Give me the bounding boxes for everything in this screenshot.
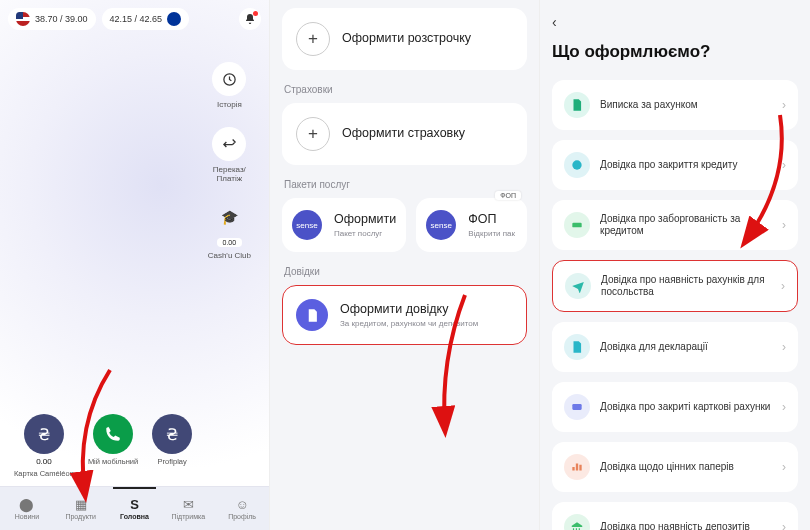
screen-cert-select: ‹ Що оформлюємо? Виписка за рахунком› До… [540, 0, 810, 530]
tab-home-label: Головна [120, 513, 149, 520]
plus-icon: + [296, 117, 330, 151]
product-profiplay[interactable]: ₴ Profiplay [152, 414, 192, 478]
grid-icon: ▦ [75, 498, 87, 511]
back-button[interactable]: ‹ [552, 14, 557, 30]
cashu-icon: 🎓 [214, 202, 244, 232]
transfer-label: Переказ/ Платіж [213, 165, 246, 183]
cert-card[interactable]: Оформити довідкуЗа кредитом, рахунком чи… [282, 285, 527, 345]
package-fop-card[interactable]: ФОП sense ФОПВідкрити пак [416, 198, 527, 252]
tab-support[interactable]: ✉Підтримка [161, 487, 215, 530]
opt-label: Довідка про закриття кредиту [600, 159, 772, 172]
quick-actions-column: Історія Переказ/ Платіж 🎓 0.00 Cash'u Cl… [208, 62, 251, 260]
opt-label: Довідка про наявність депозитів [600, 521, 772, 530]
cashu-label: Cash'u Club [208, 251, 251, 260]
page-title: Що оформлюємо? [552, 42, 798, 62]
history-label: Історія [217, 100, 242, 109]
cameleon-amount: 0.00 [36, 457, 52, 466]
transfer-button[interactable]: Переказ/ Платіж [212, 127, 246, 183]
tab-support-label: Підтримка [171, 513, 205, 520]
chat-icon: ✉ [183, 498, 194, 511]
package-sense-card[interactable]: sense ОформитиПакет послуг [282, 198, 406, 252]
bank-icon [564, 514, 590, 530]
document-icon [296, 299, 328, 331]
installment-card[interactable]: + Оформити розстрочку [282, 8, 527, 70]
chevron-right-icon: › [782, 520, 786, 530]
tab-profile-label: Профіль [228, 513, 256, 520]
chevron-right-icon: › [781, 279, 785, 293]
coin-icon [564, 152, 590, 178]
opt-closed-cards[interactable]: Довідка про закриті карткові рахунки› [552, 382, 798, 432]
tab-news-label: Новини [15, 513, 39, 520]
insurance-card[interactable]: + Оформити страховку [282, 103, 527, 165]
cameleon-label: Картка Caméléon [14, 469, 74, 478]
packages-section-label: Пакети послуг [282, 179, 527, 190]
history-icon [212, 62, 246, 96]
svg-rect-2 [572, 223, 581, 228]
card-icon [564, 394, 590, 420]
plus-icon: + [296, 22, 330, 56]
opt-deposits[interactable]: Довідка про наявність депозитів› [552, 502, 798, 530]
rate-usd-value: 38.70 / 39.00 [35, 14, 88, 24]
pkg1-title: Оформити [334, 212, 396, 228]
sense-icon: sense [292, 210, 322, 240]
product-mobile[interactable]: Мій мобільний [88, 414, 138, 478]
chart-icon [564, 454, 590, 480]
opt-label: Виписка за рахунком [600, 99, 772, 112]
screen-home: 38.70 / 39.00 42.15 / 42.65 Історія Пере… [0, 0, 270, 530]
chevron-right-icon: › [782, 460, 786, 474]
products-row: ₴ 0.00 Картка Caméléon Мій мобільний ₴ P… [0, 414, 269, 478]
tab-news[interactable]: ⬤Новини [0, 487, 54, 530]
opt-label: Довідка про наявність рахунків для посол… [601, 274, 771, 299]
notifications-button[interactable] [239, 8, 261, 30]
flag-us-icon [16, 12, 30, 26]
phone-icon [93, 414, 133, 454]
flame-icon: ⬤ [19, 498, 34, 511]
insurance-title: Оформити страховку [342, 126, 465, 142]
opt-loan-closed[interactable]: Довідка про закриття кредиту› [552, 140, 798, 190]
chevron-right-icon: › [782, 340, 786, 354]
hryvnia-icon: ₴ [152, 414, 192, 454]
profiplay-label: Profiplay [158, 457, 187, 466]
options-list: Виписка за рахунком› Довідка про закритт… [552, 80, 798, 530]
cashu-amount: 0.00 [217, 238, 243, 247]
rates-bar: 38.70 / 39.00 42.15 / 42.65 [0, 8, 269, 30]
doc-icon [564, 92, 590, 118]
tab-products-label: Продукти [65, 513, 96, 520]
opt-label: Довідка для декларації [600, 341, 772, 354]
installment-title: Оформити розстрочку [342, 31, 471, 47]
tab-profile[interactable]: ☺Профіль [215, 487, 269, 530]
chevron-right-icon: › [782, 218, 786, 232]
svg-rect-3 [572, 404, 581, 410]
opt-label: Довідка щодо цінних паперів [600, 461, 772, 474]
opt-loan-debt[interactable]: Довідка про заборгованість за кредитом› [552, 200, 798, 250]
transfer-icon [212, 127, 246, 161]
pkg2-title: ФОП [468, 212, 515, 228]
chevron-right-icon: › [782, 98, 786, 112]
screen-products: + Оформити розстрочку Страховки + Оформи… [270, 0, 540, 530]
cert-title: Оформити довідку [340, 302, 478, 318]
cashu-club-button[interactable]: 🎓 0.00 Cash'u Club [208, 202, 251, 260]
opt-statement[interactable]: Виписка за рахунком› [552, 80, 798, 130]
opt-embassy-accounts[interactable]: Довідка про наявність рахунків для посол… [552, 260, 798, 312]
opt-declaration[interactable]: Довідка для декларації› [552, 322, 798, 372]
rate-usd[interactable]: 38.70 / 39.00 [8, 8, 96, 30]
plane-icon [565, 273, 591, 299]
history-button[interactable]: Історія [212, 62, 246, 109]
flag-eu-icon [167, 12, 181, 26]
sense-icon: sense [426, 210, 456, 240]
pkg1-sub: Пакет послуг [334, 229, 396, 238]
pkg2-sub: Відкрити пак [468, 229, 515, 238]
cert-sub: За кредитом, рахунком чи депозитом [340, 319, 478, 328]
opt-label: Довідка про заборгованість за кредитом [600, 213, 772, 238]
tab-home[interactable]: SГоловна [108, 487, 162, 530]
opt-securities[interactable]: Довідка щодо цінних паперів› [552, 442, 798, 492]
fop-tag: ФОП [495, 191, 521, 200]
product-card-cameleon[interactable]: ₴ 0.00 Картка Caméléon [14, 414, 74, 478]
rate-eur[interactable]: 42.15 / 42.65 [102, 8, 190, 30]
tab-products[interactable]: ▦Продукти [54, 487, 108, 530]
chevron-right-icon: › [782, 400, 786, 414]
user-icon: ☺ [235, 498, 248, 511]
insurance-section-label: Страховки [282, 84, 527, 95]
svg-point-1 [572, 160, 581, 169]
mobile-label: Мій мобільний [88, 457, 138, 466]
